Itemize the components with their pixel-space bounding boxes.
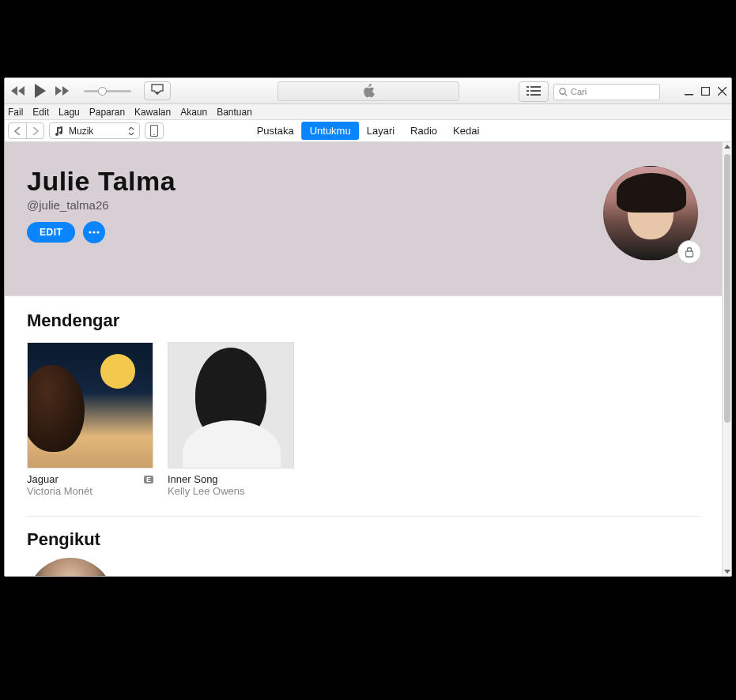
next-button[interactable] [54,82,71,100]
search-input[interactable]: Cari [553,84,660,100]
edit-profile-button[interactable]: EDIT [27,222,75,243]
albums-row: Jaguar E Victoria Monét Inner Song Kelly… [27,342,700,497]
svg-rect-0 [527,86,529,88]
vertical-scrollbar[interactable] [722,142,731,576]
album-title: Jaguar [27,473,59,485]
back-forward-buttons [8,122,44,139]
close-button[interactable] [718,87,727,96]
follower-avatar[interactable] [27,558,114,576]
playback-controls [9,81,171,100]
volume-slider[interactable] [84,90,131,92]
scroll-up-arrow[interactable] [723,142,732,152]
menu-item[interactable]: Kawalan [134,107,171,118]
minimize-button[interactable] [685,87,693,96]
menu-bar: Fail Edit Lagu Paparan Kawalan Akaun Ban… [5,104,731,120]
main-navigation: Pustaka Untukmu Layari Radio Kedai [249,120,488,142]
play-button[interactable] [32,82,49,100]
music-note-icon [55,126,64,136]
profile-name: Julie Talma [27,166,700,197]
explicit-badge: E [144,476,153,484]
app-window: Cari Fail Edit Lagu Paparan Kawalan Akau… [4,77,732,577]
profile-header: Julie Talma @julie_talma26 EDIT [5,142,722,296]
window-controls [685,78,727,104]
now-playing-display [277,81,459,101]
menu-item[interactable]: Lagu [59,107,80,118]
titlebar: Cari [5,78,731,104]
menu-item[interactable]: Bantuan [217,107,252,118]
profile-handle: @julie_talma26 [27,198,700,212]
apple-logo-icon [362,84,375,98]
navigation-toolbar: Muzik Pustaka Untukmu Layari Radio Kedai [5,120,731,142]
album-artwork [168,342,294,469]
more-icon [89,231,100,234]
chevron-updown-icon [128,127,134,135]
scroll-thumb[interactable] [724,154,730,423]
svg-rect-15 [686,251,693,257]
device-button[interactable] [145,122,164,139]
forward-button[interactable] [26,123,43,138]
profile-avatar-container [603,166,698,261]
menu-item[interactable]: Paparan [89,107,125,118]
media-type-label: Muzik [69,126,93,137]
airplay-button[interactable] [144,81,171,100]
listening-section: Mendengar Jaguar E Victoria Monét Inner … [5,296,722,505]
album-item[interactable]: Jaguar E Victoria Monét [27,342,153,497]
svg-rect-8 [685,94,693,96]
svg-point-12 [89,231,92,233]
more-button[interactable] [83,221,105,243]
previous-button[interactable] [9,82,27,100]
svg-rect-9 [702,88,710,96]
maximize-button[interactable] [701,87,710,96]
album-item[interactable]: Inner Song Kelly Lee Owens [168,342,294,497]
search-icon [559,88,568,96]
album-artist: Kelly Lee Owens [168,485,294,497]
nav-item[interactable]: Pustaka [249,122,302,140]
section-title: Mendengar [27,310,700,331]
svg-rect-4 [527,94,529,96]
privacy-lock-badge[interactable] [677,240,701,264]
back-button[interactable] [9,123,26,138]
svg-point-13 [93,231,96,233]
album-artist: Victoria Monét [27,485,153,497]
svg-point-6 [560,88,565,93]
menu-item[interactable]: Akaun [180,107,207,118]
menu-item[interactable]: Fail [8,107,23,118]
scroll-down-arrow[interactable] [723,566,732,576]
media-type-select[interactable]: Muzik [49,122,140,139]
nav-item[interactable]: Untukmu [302,122,359,140]
svg-rect-5 [530,94,541,96]
lock-icon [685,247,694,258]
svg-rect-1 [530,86,541,88]
search-placeholder: Cari [571,87,587,96]
section-title: Pengikut [27,529,700,550]
profile-actions: EDIT [27,221,700,243]
svg-rect-3 [530,90,541,92]
album-title: Inner Song [168,473,218,485]
svg-rect-2 [527,90,529,92]
svg-point-11 [153,134,155,136]
svg-point-14 [97,231,100,233]
followers-section: Pengikut [5,517,722,576]
album-artwork [27,342,153,469]
nav-item[interactable]: Radio [402,122,445,140]
queue-button[interactable] [519,81,549,102]
svg-line-7 [564,93,567,96]
content-area: Julie Talma @julie_talma26 EDIT Mendenga… [5,142,722,576]
nav-item[interactable]: Layari [359,122,402,140]
menu-item[interactable]: Edit [32,107,49,118]
nav-item[interactable]: Kedai [445,122,487,140]
